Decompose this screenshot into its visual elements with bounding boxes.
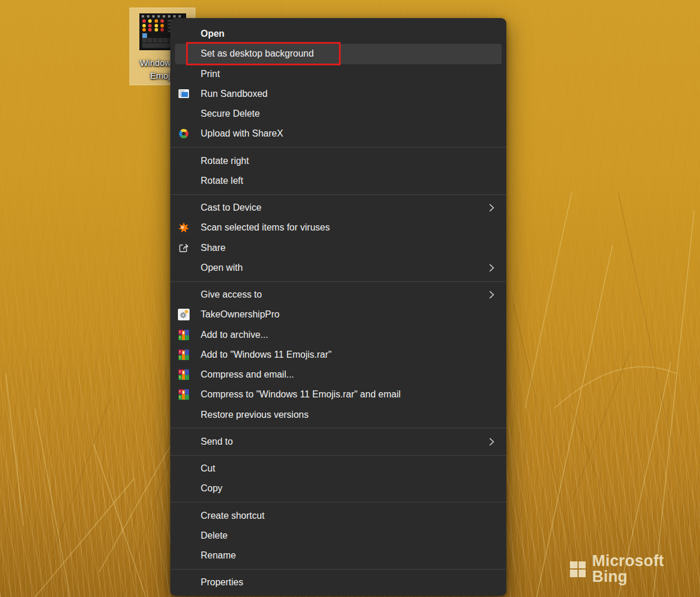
menu-item-label: Add to archive... [201,330,268,340]
menu-item-rotate-left[interactable]: Rotate left [175,171,502,191]
menu-item-compress-to-windows-11-emojis-rar-and-email[interactable]: Compress to "Windows 11 Emojis.rar" and … [175,385,502,404]
bing-watermark-text: Microsoft Bing [592,553,700,585]
menu-item-scan-selected-items-for-viruses[interactable]: Scan selected items for viruses [175,218,502,238]
menu-item-label: Compress and email... [201,369,294,380]
menu-separator [170,502,506,502]
menu-item-open[interactable]: Open [175,24,502,44]
menu-separator [170,147,506,148]
menu-item-rename[interactable]: Rename [175,546,502,565]
menu-item-label: Share [201,243,226,253]
menu-item-label: Delete [201,530,228,541]
menu-separator [170,428,506,428]
menu-item-label: Open [201,29,225,39]
menu-item-label: Run Sandboxed [201,89,268,99]
menu-item-create-shortcut[interactable]: Create shortcut [175,506,502,526]
menu-item-label: Cast to Device [201,203,261,213]
menu-item-secure-delete[interactable]: Secure Delete [175,104,502,124]
menu-item-upload-with-sharex[interactable]: Upload with ShareX [175,124,502,144]
winrar-icon [178,389,190,400]
menu-item-label: Scan selected items for viruses [201,222,330,233]
share-icon [178,242,190,254]
menu-item-label: Set as desktop background [201,48,314,59]
menu-item-share[interactable]: Share [175,238,502,258]
menu-item-open-with[interactable]: Open with [175,258,502,278]
menu-item-restore-previous-versions[interactable]: Restore previous versions [175,405,502,425]
menu-item-compress-and-email[interactable]: Compress and email... [175,365,502,385]
thumbnail-selected-key [142,33,147,38]
menu-item-add-to-archive[interactable]: Add to archive... [175,325,502,345]
takeownership-icon [178,309,190,320]
thumbnail-emoji-grid [142,19,166,32]
menu-item-label: Rename [201,550,236,561]
menu-item-label: Compress to "Windows 11 Emojis.rar" and … [201,389,401,400]
menu-item-label: Upload with ShareX [201,128,283,139]
menu-item-label: Give access to [201,289,262,300]
menu-item-label: Send to [201,437,233,447]
menu-item-properties[interactable]: Properties [175,572,502,592]
menu-item-label: Cut [201,463,215,474]
menu-item-label: Rotate left [201,176,243,186]
menu-item-copy[interactable]: Copy [175,479,502,498]
menu-item-cut[interactable]: Cut [175,459,502,479]
menu-item-label: Rotate right [201,156,249,166]
chevron-right-icon [487,203,496,213]
bing-watermark: Microsoft Bing [570,553,700,585]
menu-item-label: TakeOwnershipPro [201,309,279,320]
menu-item-add-to-windows-11-emojis-rar[interactable]: Add to "Windows 11 Emojis.rar" [175,345,502,365]
sharex-icon [178,128,190,139]
menu-item-give-access-to[interactable]: Give access to [175,285,502,305]
menu-separator [170,281,506,282]
menu-separator [170,455,506,456]
context-menu: OpenSet as desktop backgroundPrintRun Sa… [170,18,506,596]
winrar-icon [178,349,190,361]
menu-item-send-to[interactable]: Send to [175,432,502,452]
menu-item-set-as-desktop-background[interactable]: Set as desktop background [175,44,502,64]
menu-item-label: Create shortcut [201,511,264,521]
menu-item-rotate-right[interactable]: Rotate right [175,151,502,171]
menu-separator [170,194,506,195]
menu-item-label: Open with [201,263,243,273]
menu-item-label: Properties [201,577,243,588]
thumbnail-toolbar [142,15,184,18]
chevron-right-icon [487,289,496,300]
chevron-right-icon [487,437,496,447]
menu-item-label: Restore previous versions [201,410,309,420]
menu-item-label: Print [201,69,220,79]
menu-item-cast-to-device[interactable]: Cast to Device [175,198,502,218]
menu-item-label: Copy [201,483,222,494]
menu-item-takeownershippro[interactable]: TakeOwnershipPro [175,305,502,324]
menu-item-print[interactable]: Print [175,64,502,84]
avast-icon [178,222,190,233]
menu-item-delete[interactable]: Delete [175,526,502,546]
menu-item-label: Secure Delete [201,109,260,119]
microsoft-logo-icon [570,561,586,577]
menu-item-label: Add to "Windows 11 Emojis.rar" [201,350,331,360]
menu-item-run-sandboxed[interactable]: Run Sandboxed [175,84,502,104]
sandboxie-icon [178,88,190,100]
winrar-icon [178,369,190,380]
winrar-icon [178,329,190,341]
chevron-right-icon [487,263,496,273]
menu-separator [170,569,506,570]
